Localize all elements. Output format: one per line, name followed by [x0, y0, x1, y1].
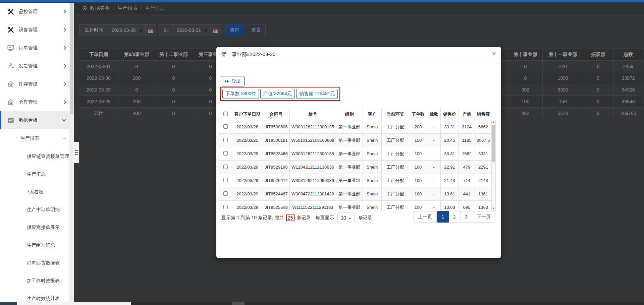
sidebar-subitem[interactable]: 加工商时效报表: [0, 272, 74, 290]
next-page-button[interactable]: 下一页: [472, 211, 495, 223]
breadcrumb-item[interactable]: 数据看板: [90, 5, 110, 11]
sidebar-item-shipping[interactable]: 发货管理: [0, 57, 74, 75]
page-size-select[interactable]: 10 ▲: [337, 212, 355, 223]
reset-button[interactable]: 重置: [247, 24, 266, 36]
sidebar-subitem[interactable]: 生产中订单明细: [0, 201, 74, 219]
sidebar-item-label: 品控管理: [19, 9, 38, 15]
chevron-right-icon: [63, 9, 66, 14]
clear-start-date-icon[interactable]: ×: [139, 27, 142, 33]
table-cell: W1111522111291183: [290, 201, 336, 211]
filter-bar: 发起时间 2022-03-28 × 到 2022-03-31 × 查询 重置: [79, 24, 266, 36]
chevron-right-icon: [63, 64, 66, 68]
select-all-checkbox[interactable]: [223, 112, 228, 116]
sidebar-item-quality[interactable]: 品控管理: [0, 3, 74, 21]
table-cell: Shein: [363, 120, 382, 134]
table-cell: 工厂分配: [382, 174, 409, 187]
modal-title: 第一事业部#2022-03-30: [222, 51, 275, 58]
row-checkbox[interactable]: [223, 124, 228, 129]
prev-page-button[interactable]: 上一页: [413, 211, 437, 223]
row-checkbox[interactable]: [223, 138, 228, 142]
horizontal-scrollbar[interactable]: [0, 302, 644, 305]
sidebar-item-orders[interactable]: 订单管理: [0, 39, 74, 57]
table-cell: -: [427, 134, 441, 147]
sidebar-subitem[interactable]: 订单回货数据表: [0, 254, 74, 272]
sidebar-subitem[interactable]: 生产组别汇总: [0, 236, 74, 254]
row-checkbox[interactable]: [223, 191, 228, 196]
row-checkbox[interactable]: [223, 205, 228, 209]
column-header: 下单数: [409, 108, 427, 120]
table-cell: 100: [409, 161, 427, 174]
scrollbar-segment: [232, 302, 245, 305]
table-cell: -: [427, 187, 441, 201]
sidebar-item-inventory[interactable]: 库存管控: [0, 75, 74, 93]
column-header: 拓展部: [583, 49, 613, 61]
table-cell: W3031262112300135: [290, 147, 336, 161]
checkbox-cell: [219, 134, 232, 147]
sidebar-collapse-handle[interactable]: [73, 142, 79, 163]
table-scrollbar[interactable]: ▲ ▼: [491, 120, 496, 210]
column-header: 第6/2事业部: [118, 49, 155, 61]
table-cell: 工厂分配: [382, 187, 409, 201]
sidebar: 品控管理 设备管理 订单管理 发货管理: [0, 3, 74, 302]
table-cell: Shein: [363, 161, 382, 174]
sidebar-subitem[interactable]: 7天看板: [0, 183, 74, 201]
page-button-1[interactable]: 1: [437, 211, 449, 223]
sidebar-item-equipment[interactable]: 设备管理: [0, 21, 74, 39]
page-size-label: 每页显示: [315, 215, 334, 221]
table-cell: Shein: [363, 147, 382, 161]
sidebar-scrollbar-thumb[interactable]: [70, 3, 73, 114]
export-button[interactable]: 导出: [221, 76, 245, 86]
table-cell: 150: [409, 134, 427, 147]
end-date-input[interactable]: 2022-03-31 ×: [173, 24, 210, 36]
table-cell: 220: [543, 61, 583, 72]
row-checkbox[interactable]: [223, 165, 228, 169]
sidebar-subitem[interactable]: 供应链查货接单管理: [0, 147, 74, 165]
horizontal-scrollbar-thumb[interactable]: [17, 302, 131, 305]
scroll-up-icon[interactable]: ▲: [492, 121, 495, 124]
chevron-down-icon: [62, 119, 66, 122]
calendar-icon[interactable]: [145, 24, 156, 36]
row-checkbox[interactable]: [223, 151, 228, 156]
breadcrumb-item[interactable]: 生产报表: [117, 5, 138, 11]
sidebar-item-warehouse[interactable]: 仓库管理: [0, 93, 74, 111]
pagination-controls: 上一页 123 下一页: [413, 211, 495, 223]
table-cell: 0: [155, 84, 192, 96]
table-scrollbar-thumb[interactable]: [492, 125, 495, 162]
table-cell: 0: [155, 108, 192, 119]
table-cell: W5010152108160608: [290, 134, 336, 147]
row-checkbox[interactable]: [223, 178, 228, 182]
checkbox-cell: [219, 174, 232, 187]
table-cell: 3300: [543, 84, 583, 96]
collapse-minus-icon: −: [63, 135, 66, 142]
pagination-info-prefix: 显示第 1 到第 10 条记录, 总共: [221, 215, 284, 221]
column-header: 客户下单日期: [232, 108, 263, 120]
sidebar-item-label: 仓库管理: [19, 99, 38, 105]
calendar-icon[interactable]: [211, 24, 221, 36]
close-icon[interactable]: ×: [492, 50, 496, 58]
table-cell: 22.91: [441, 161, 459, 174]
sidebar-item-label: 订单管理: [19, 45, 38, 51]
chevron-right-icon: [63, 100, 66, 105]
sidebar-subitem[interactable]: 供应商接单展示: [0, 219, 74, 236]
column-header: 销售额: [475, 108, 492, 120]
table-cell: 0: [155, 72, 192, 84]
page-button-3[interactable]: 3: [461, 211, 472, 223]
table-cell: 479: [459, 161, 475, 174]
table-cell: 1361: [475, 187, 492, 201]
table-cell: 2022/03/25: [232, 134, 263, 147]
submenu-label: 生产报表: [20, 135, 39, 141]
sidebar-subitem[interactable]: 生产汇总: [0, 165, 74, 183]
page-button-2[interactable]: 2: [449, 211, 461, 223]
sidebar-item-label: 数据看板: [19, 117, 38, 123]
table-cell: 0: [118, 84, 155, 96]
clear-end-date-icon[interactable]: ×: [204, 27, 207, 33]
table-cell: 1185: [459, 134, 475, 147]
table-cell: 714: [459, 174, 475, 187]
query-button[interactable]: 查询: [225, 24, 244, 36]
scroll-down-icon[interactable]: ▼: [492, 207, 495, 210]
start-date-input[interactable]: 2022-03-28 ×: [108, 24, 145, 36]
table-row: 2022/03/25JIT8506181W5010152108160608第一事…: [219, 134, 492, 147]
table-cell: -: [427, 147, 441, 161]
sidebar-item-dashboard[interactable]: 数据看板: [0, 111, 74, 129]
sidebar-submenu-production-reports[interactable]: 生产报表 −: [0, 129, 74, 147]
